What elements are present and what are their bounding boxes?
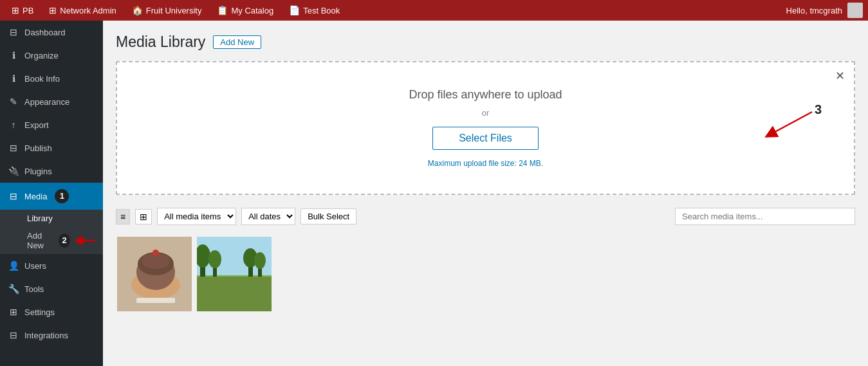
avatar[interactable] <box>847 3 863 18</box>
media-grid <box>116 235 855 313</box>
grid-view-button[interactable]: ⊞ <box>135 209 152 224</box>
network-admin-label: Network Admin <box>60 6 116 15</box>
publish-icon: ⊟ <box>8 143 19 153</box>
sidebar-item-media[interactable]: ⊟ Media 1 <box>0 183 103 210</box>
drop-text: Drop files anywhere to upload <box>130 88 841 102</box>
arrow-2-svg <box>75 234 95 247</box>
network-admin-icon: ⊞ <box>49 5 57 15</box>
sidebar-item-export[interactable]: ↑ Export <box>0 113 103 136</box>
media-thumb-1 <box>117 237 193 313</box>
admin-bar-my-catalog[interactable]: 📋 My Catalog <box>210 0 280 21</box>
sidebar-item-users[interactable]: 👤 Users <box>0 254 103 277</box>
page-header: Media Library Add New <box>116 33 855 51</box>
users-icon: 👤 <box>8 261 19 271</box>
annotation-3-container: 3 <box>757 109 815 141</box>
sidebar-label-media: Media <box>24 192 47 201</box>
admin-bar: ⊞ PB ⊞ Network Admin 🏠 Fruit University … <box>0 0 868 21</box>
list-view-button[interactable]: ≡ <box>116 209 130 224</box>
sidebar-item-organize[interactable]: ℹ Organize <box>0 44 103 67</box>
sidebar-label-export: Export <box>24 120 49 130</box>
tools-icon: 🔧 <box>8 284 19 294</box>
sidebar-label-appearance: Appearance <box>24 97 69 107</box>
library-label: Library <box>27 214 53 223</box>
sidebar-label-dashboard: Dashboard <box>24 28 66 37</box>
sidebar-item-integrations[interactable]: ⊟ Integrations <box>0 324 103 347</box>
export-icon: ↑ <box>8 120 19 130</box>
close-icon[interactable]: ✕ <box>835 69 845 83</box>
media-thumb-2 <box>197 237 273 313</box>
svg-line-1 <box>770 112 812 134</box>
admin-bar-test-book[interactable]: 📄 Test Book <box>282 0 346 21</box>
media-item-2[interactable] <box>196 235 273 313</box>
page-title: Media Library <box>116 33 205 51</box>
sidebar-item-plugins[interactable]: 🔌 Plugins <box>0 160 103 183</box>
book-icon: 📄 <box>289 5 300 15</box>
test-book-label: Test Book <box>303 6 340 15</box>
sidebar-item-settings[interactable]: ⊞ Settings <box>0 300 103 324</box>
annotation-1: 1 <box>55 189 69 203</box>
or-text: or <box>130 108 841 118</box>
upload-area-wrapper: ✕ Drop files anywhere to upload or Selec… <box>116 61 855 195</box>
upload-area[interactable]: ✕ Drop files anywhere to upload or Selec… <box>116 61 855 195</box>
my-catalog-label: My Catalog <box>231 6 273 15</box>
svg-rect-23 <box>197 277 273 313</box>
plugins-icon: 🔌 <box>8 166 19 176</box>
book-info-icon: ℹ <box>8 73 19 84</box>
sidebar-sub-add-new[interactable]: Add New 2 <box>19 227 103 254</box>
home-icon: 🏠 <box>132 5 143 15</box>
sidebar-label-settings: Settings <box>24 307 55 317</box>
annotation-2: 2 <box>59 233 69 248</box>
bulk-select-button[interactable]: Bulk Select <box>300 208 356 224</box>
admin-bar-fruit-university[interactable]: 🏠 Fruit University <box>125 0 208 21</box>
sidebar-item-publish[interactable]: ⊟ Publish <box>0 136 103 160</box>
sidebar-media-submenu: Library Add New 2 <box>0 210 103 254</box>
hello-text: Hello, tmcgrath <box>786 6 842 15</box>
sidebar-label-plugins: Plugins <box>24 167 52 176</box>
sidebar-label-publish: Publish <box>24 143 52 153</box>
arrow-3-svg <box>757 109 815 141</box>
appearance-icon: ✎ <box>8 96 19 107</box>
sidebar-item-dashboard[interactable]: ⊟ Dashboard <box>0 21 103 44</box>
sidebar-item-tools[interactable]: 🔧 Tools <box>0 277 103 300</box>
date-filter-select[interactable]: All dates 2024 2023 <box>241 208 295 225</box>
search-input[interactable] <box>675 208 855 225</box>
annotation-badge-3: 3 <box>815 102 822 117</box>
media-item-1[interactable] <box>116 235 193 313</box>
add-new-sub-label: Add New <box>27 231 53 250</box>
svg-point-8 <box>152 250 159 256</box>
sidebar-label-tools: Tools <box>24 284 44 294</box>
organize-icon: ℹ <box>8 50 19 60</box>
catalog-icon: 📋 <box>217 5 228 15</box>
admin-bar-network-admin[interactable]: ⊞ Network Admin <box>42 0 122 21</box>
sidebar: ⊟ Dashboard ℹ Organize ℹ Book Info ✎ App… <box>0 21 103 366</box>
settings-icon: ⊞ <box>8 307 19 317</box>
main-content: Media Library Add New ✕ Drop files anywh… <box>103 21 868 366</box>
media-filter-select[interactable]: All media items Images Audio Video Docum… <box>157 208 236 225</box>
sidebar-item-appearance[interactable]: ✎ Appearance <box>0 90 103 113</box>
svg-rect-7 <box>136 298 175 303</box>
max-upload-text: Maximum upload file size: 24 MB. <box>130 159 841 168</box>
svg-point-16 <box>208 250 221 268</box>
fruit-university-label: Fruit University <box>146 6 202 15</box>
admin-bar-pb[interactable]: ⊞ PB <box>5 0 40 21</box>
sidebar-label-organize: Organize <box>24 51 59 60</box>
select-files-button[interactable]: Select Files <box>432 127 539 150</box>
svg-point-20 <box>254 252 266 269</box>
media-icon: ⊟ <box>8 191 19 201</box>
dashboard-icon: ⊟ <box>8 27 19 37</box>
sidebar-sub-library[interactable]: Library <box>19 210 103 227</box>
add-new-button[interactable]: Add New <box>213 35 261 49</box>
sidebar-label-integrations: Integrations <box>24 331 68 340</box>
sidebar-label-users: Users <box>24 261 46 271</box>
pb-icon: ⊞ <box>12 5 19 15</box>
integrations-icon: ⊟ <box>8 330 19 340</box>
sidebar-item-book-info[interactable]: ℹ Book Info <box>0 67 103 90</box>
sidebar-label-book-info: Book Info <box>24 74 60 84</box>
pb-label: PB <box>23 6 33 15</box>
media-toolbar: ≡ ⊞ All media items Images Audio Video D… <box>116 208 855 225</box>
